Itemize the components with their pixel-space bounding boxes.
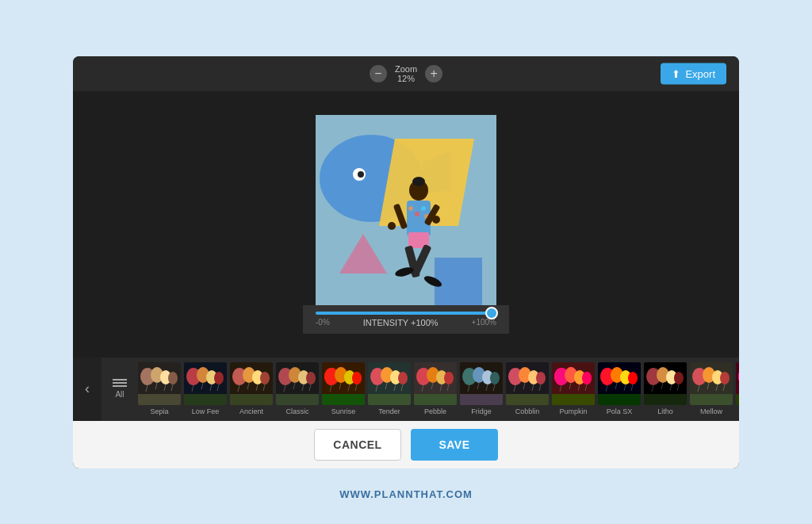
filter-item-sunrise[interactable]: Sunrise [322,362,365,415]
intensity-labels: -0% INTENSITY +100% +100% [316,318,496,327]
intensity-min: -0% [316,318,330,327]
filter-strip: ‹ All SepiaLow FeeAncientClassicSunriseT… [73,358,739,421]
svg-point-23 [388,222,396,230]
filter-item-low-fee[interactable]: Low Fee [184,362,227,415]
svg-point-122 [582,372,592,384]
svg-rect-94 [414,394,457,405]
filter-name: Tender [378,407,400,415]
svg-point-14 [421,206,426,211]
zoom-display: Zoom 12% [395,64,417,83]
svg-rect-164 [736,394,739,405]
filter-item-pebble[interactable]: Pebble [414,362,457,415]
filter-item-fridge[interactable]: Fridge [460,362,503,415]
filter-item-cobblin[interactable]: Cobblin [506,362,549,415]
zoom-value: 12% [397,74,415,83]
filter-all-label: All [115,390,124,399]
zoom-out-button[interactable]: − [370,65,387,82]
svg-point-82 [398,372,408,384]
image-frame: -0% INTENSITY +100% +100% [303,115,509,334]
svg-point-52 [260,372,270,384]
zoom-controls: − Zoom 12% + [370,64,442,83]
svg-point-112 [536,372,546,384]
svg-point-152 [720,372,730,384]
filter-item-sepia[interactable]: Sepia [138,362,181,415]
filter-name: Low Fee [192,407,220,415]
svg-rect-64 [276,394,319,405]
svg-rect-154 [690,394,733,405]
svg-point-13 [415,212,419,216]
filter-name: Pebble [424,407,446,415]
filter-name: Pola SX [607,407,633,415]
svg-rect-104 [460,394,503,405]
filter-name: Ancient [239,407,263,415]
svg-rect-54 [230,394,273,405]
svg-point-62 [306,372,316,384]
intensity-slider-track[interactable] [316,312,496,315]
filter-name: Cobblin [515,407,540,415]
svg-rect-144 [644,394,687,405]
filter-item-inferno[interactable]: Inferno [736,362,739,415]
export-button[interactable]: ⬆ Export [661,63,726,84]
svg-rect-124 [552,394,595,405]
filter-all-icon [113,379,127,387]
filter-name: Pumpkin [559,407,587,415]
filter-name: Mellow [700,407,722,415]
svg-point-10 [412,177,425,186]
intensity-value: INTENSITY +100% [363,318,439,327]
filter-item-classic[interactable]: Classic [276,362,319,415]
website-label: WWW.PLANNTHAT.COM [339,488,473,500]
export-label: Export [685,67,715,79]
svg-point-72 [352,372,362,384]
intensity-fill [316,312,496,315]
filter-item-mellow[interactable]: Mellow [690,362,733,415]
filter-all-button[interactable]: All [102,362,138,416]
intensity-bar: -0% INTENSITY +100% +100% [303,305,509,334]
filter-name: Classic [285,407,308,415]
svg-point-32 [168,372,178,384]
svg-point-42 [214,372,224,384]
export-icon: ⬆ [672,67,680,79]
svg-rect-114 [506,394,549,405]
svg-point-102 [490,372,500,384]
editor-container: − Zoom 12% + ⬆ Export [73,56,739,469]
save-button[interactable]: SAVE [411,429,498,461]
graffiti-art [316,115,496,305]
action-bar: CANCEL SAVE [73,421,739,469]
svg-marker-8 [435,258,482,305]
filters-list: SepiaLow FeeAncientClassicSunriseTenderP… [138,362,739,415]
svg-point-142 [674,372,684,384]
svg-rect-74 [322,394,365,405]
svg-point-12 [408,206,413,211]
filter-item-tender[interactable]: Tender [368,362,411,415]
filter-item-pumpkin[interactable]: Pumpkin [552,362,595,415]
filter-item-ancient[interactable]: Ancient [230,362,273,415]
svg-point-24 [432,216,440,224]
svg-rect-134 [598,394,641,405]
svg-rect-84 [368,394,411,405]
zoom-in-button[interactable]: + [425,65,442,82]
svg-point-92 [444,372,454,384]
filter-name: Litho [657,407,673,415]
svg-point-5 [358,171,364,178]
filter-item-pola-sx[interactable]: Pola SX [598,362,641,415]
filter-name: Sepia [150,407,168,415]
svg-rect-44 [184,394,227,405]
intensity-handle[interactable] [485,307,498,319]
main-image [316,115,496,305]
cancel-button[interactable]: CANCEL [314,429,401,461]
top-bar: − Zoom 12% + ⬆ Export [73,56,739,91]
svg-point-132 [628,372,638,384]
filter-prev-button[interactable]: ‹ [73,358,102,421]
zoom-title: Zoom [395,64,417,74]
canvas-area: -0% INTENSITY +100% +100% [73,91,739,358]
svg-rect-34 [138,394,181,405]
filter-name: Sunrise [331,407,356,415]
filter-name: Fridge [471,407,492,415]
filter-item-litho[interactable]: Litho [644,362,687,415]
